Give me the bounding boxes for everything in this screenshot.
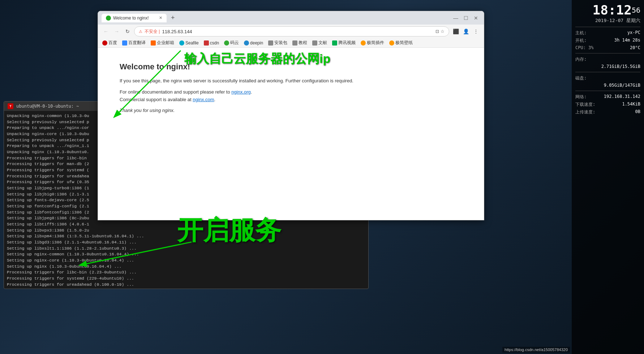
deepin-icon [244, 40, 249, 46]
bookmark-csdn-label: csdn [210, 40, 219, 46]
bookmark-myyun-label: 码云 [230, 40, 239, 46]
nginx-p2-before: For online documentation and support ple… [120, 89, 231, 95]
bookmark-baidu[interactable]: 百度 [101, 39, 119, 46]
memory-section: 内存: 2.71GiB/15.5GiB [575, 56, 640, 69]
cpu-label: CPU: 3% [575, 45, 594, 50]
bookmark-install-label: 安装包 [274, 40, 287, 46]
bookmark-star-icon[interactable]: ☆ [441, 29, 445, 34]
upload-label: 上传速度: [575, 109, 595, 115]
address-bar-actions: ⊡ ☆ [435, 29, 445, 34]
terminal-app-icon: T [8, 103, 13, 109]
upload-row: 上传速度: 0B [575, 109, 640, 115]
blog-url-text: https://blog.csdn.net/a15005784320 [505, 347, 568, 352]
browser-tab-active[interactable]: Welcome to nginx! ✕ [102, 14, 167, 22]
disk-value: 9.05GiB/147GiB [604, 83, 640, 88]
nginx-p3-after: . [214, 97, 216, 102]
host-value: yx-PC [627, 30, 640, 36]
tab-title: Welcome to nginx! [113, 16, 149, 21]
enterprise-mail-icon [151, 40, 156, 46]
terminal-line-21: Setting up libxpm4:i386 (1:3.5.11-1ubunt… [7, 233, 365, 239]
back-button[interactable]: ← [102, 27, 110, 36]
literature-icon [312, 40, 317, 46]
extensions-button[interactable]: ⬛ [451, 27, 460, 36]
divider-2 [575, 53, 640, 53]
bookmark-mail-label: 企业邮箱 [157, 40, 174, 46]
bookmark-deepin[interactable]: deepin [242, 40, 265, 46]
bookmark-myyun[interactable]: 码云 [223, 39, 240, 46]
bookmark-wallpaper[interactable]: 极简壁纸 [388, 39, 414, 46]
nginx-thanks: Thank you for using nginx. [120, 107, 462, 115]
terminal-line-19: Setting up libtiff5:i386 (4.0.6-1 [7, 221, 365, 228]
reader-mode-icon[interactable]: ⊡ [435, 29, 439, 34]
menu-button[interactable]: ⋮ [472, 27, 480, 36]
bookmark-seafile[interactable]: Seafile [178, 40, 200, 46]
new-tab-button[interactable]: + [168, 13, 178, 22]
nginx-welcome-page: Welcome to nginx! If you see this page, … [98, 48, 484, 213]
terminal-line-28: Processing triggers for systemd (229-4ub… [7, 276, 365, 282]
nginx-org-link[interactable]: nginx.org [231, 89, 250, 95]
system-monitor-panel: 18:1256 2019-12-07 星期六 主机: yx-PC 开机: 3h … [572, 0, 644, 354]
window-close-button[interactable]: ✕ [472, 14, 480, 22]
terminal-window-title: ubuntu@VM-0-10-ubuntu: ~ [16, 104, 79, 109]
bookmark-tencent-video[interactable]: 腾讯视频 [331, 39, 357, 46]
bookmark-tutorial[interactable]: 教程 [291, 39, 309, 46]
clock-seconds: 56 [632, 6, 640, 14]
profile-button[interactable]: 👤 [461, 27, 470, 36]
network-section: 网络: 192.168.31.142 下载速度: 1.54KiB 上传速度: 0… [575, 94, 640, 115]
bookmarks-bar: 百度 百度翻译 企业邮箱 Seafile csdn 码云 [98, 38, 484, 48]
bookmark-extensions-label: 极简插件 [367, 40, 384, 46]
terminal-line-22: Setting up libgd3:i386 (2.1.1-4ubuntu0.1… [7, 239, 365, 246]
address-bar[interactable]: ⚠ 不安全 | 118.25.63.144 ⊡ ☆ [134, 26, 449, 36]
tab-close-button[interactable]: ✕ [159, 16, 162, 20]
window-maximize-button[interactable]: ☐ [461, 14, 470, 22]
bookmark-seafile-label: Seafile [185, 40, 199, 46]
disk-label: 磁盘: [575, 75, 587, 81]
refresh-button[interactable]: ↻ [123, 27, 132, 36]
terminal-line-27: Processing triggers for libc-bin (2.23-0… [7, 269, 365, 276]
memory-row: 内存: [575, 56, 640, 62]
memory-value: 2.71GiB/15.5GiB [601, 64, 640, 69]
download-label: 下载速度: [575, 102, 595, 108]
bookmark-install[interactable]: 安装包 [267, 39, 289, 46]
bookmark-baidu-translate[interactable]: 百度翻译 [121, 39, 147, 46]
url-security-label: 不安全 | [145, 29, 160, 35]
uptime-label: 开机: [575, 38, 587, 44]
bookmark-csdn[interactable]: csdn [202, 40, 220, 46]
download-row: 下载速度: 1.54KiB [575, 102, 640, 108]
bookmark-tencent-label: 腾讯视频 [338, 40, 356, 46]
browser-titlebar: Welcome to nginx! ✕ + — ☐ ✕ [98, 11, 484, 25]
bookmark-literature[interactable]: 文献 [311, 39, 329, 46]
browser-window-controls: — ☐ ✕ [451, 14, 480, 22]
bookmark-tutorial-label: 教程 [299, 40, 307, 46]
clock-display: 18:1256 [575, 4, 640, 17]
nginx-p2-after: . [251, 89, 252, 95]
wallpaper-icon [389, 40, 394, 46]
browser-navigation-bar: ← → ↻ ⚠ 不安全 | 118.25.63.144 ⊡ ☆ ⬛ 👤 ⋮ [98, 25, 484, 38]
clock-date: 2019-12-07 星期六 [575, 17, 640, 24]
nginx-p3-before: Commercial support is available at [120, 97, 193, 102]
desktop: Welcome to nginx! ✕ + — ☐ ✕ ← → ↻ ⚠ 不安全 … [0, 0, 644, 354]
network-value: 192.168.31.142 [604, 94, 640, 100]
host-section: 主机: yx-PC 开机: 3h 14m 28s CPU: 3% 20°C [575, 30, 640, 50]
window-minimize-button[interactable]: — [451, 14, 460, 22]
terminal-line-25: Setting up nginx-core (1.10.3-0ubuntu0.1… [7, 258, 365, 264]
browser-action-buttons: ⬛ 👤 ⋮ [451, 27, 480, 36]
terminal-line-20: Setting up libvpx3:i386 (1.5.0-2u [7, 228, 365, 234]
bookmark-extensions[interactable]: 极简插件 [359, 39, 386, 46]
baidu-translate-icon [122, 40, 127, 46]
nginx-com-link[interactable]: nginx.com [193, 97, 214, 102]
install-icon [268, 40, 273, 46]
bookmark-enterprise-mail[interactable]: 企业邮箱 [149, 39, 176, 46]
clock-time: 18:12 [593, 3, 632, 17]
tencent-video-icon [332, 40, 337, 46]
forward-button[interactable]: → [112, 27, 121, 36]
disk-value-row: 9.05GiB/147GiB [575, 83, 640, 88]
memory-label: 内存: [575, 56, 587, 62]
bookmark-deepin-label: deepin [250, 40, 263, 46]
bookmark-baidu-label: 百度 [108, 40, 117, 46]
nginx-page-title: Welcome to nginx! [120, 62, 462, 72]
uptime-row: 开机: 3h 14m 28s [575, 38, 640, 44]
baidu-icon [102, 40, 107, 46]
bookmark-wallpaper-label: 极简壁纸 [395, 40, 413, 46]
upload-value: 0B [635, 109, 640, 115]
